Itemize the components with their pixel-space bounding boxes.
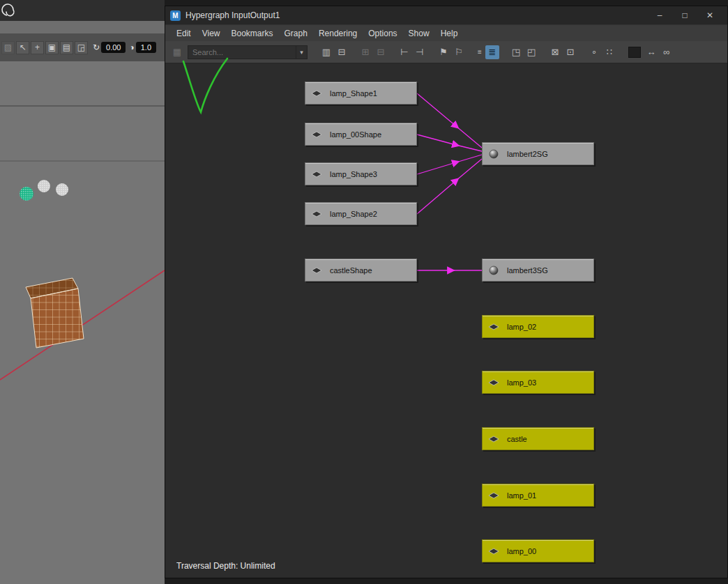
node-lamp-shape1[interactable]: lamp_Shape1 — [305, 82, 417, 105]
node-lamp-shape3[interactable]: lamp_Shape3 — [305, 162, 417, 185]
viewport-scene — [0, 61, 165, 584]
node-lamp-00[interactable]: lamp_00 — [482, 539, 594, 562]
menu-view[interactable]: View — [197, 27, 226, 40]
transform-node-icon — [488, 491, 501, 500]
traversal-depth-status: Traversal Depth: Unlimited — [176, 561, 275, 571]
spacer — [467, 52, 475, 52]
title-bar[interactable]: M Hypergraph InputOutput1 – □ ✕ — [165, 6, 727, 24]
transform-node-icon — [488, 378, 501, 387]
connection-lamp-00shape-lambert2sg[interactable] — [417, 135, 482, 151]
orientation-horizontal-icon[interactable]: ≣ — [485, 45, 499, 59]
viewport-band — [0, 21, 165, 33]
spacer — [617, 52, 625, 52]
node-label: lamp_00 — [507, 547, 536, 555]
search-box[interactable]: ▾ — [188, 45, 308, 59]
node-lamp-00shape[interactable]: lamp_00Shape — [305, 123, 417, 146]
value-field-1[interactable]: ↻ 0.00 — [93, 42, 126, 53]
menu-bookmarks[interactable]: Bookmarks — [225, 27, 278, 40]
node-label: lamp_03 — [507, 378, 536, 387]
node-label: lambert2SG — [507, 150, 548, 158]
mesh-node-icon — [311, 209, 324, 219]
cube-mesh[interactable] — [26, 278, 84, 348]
close-button[interactable]: ✕ — [697, 8, 722, 23]
connection-lamp-shape3-lambert2sg[interactable] — [417, 155, 482, 174]
spacer — [500, 52, 508, 52]
shading-group-icon — [488, 266, 501, 275]
node-label: lambert3SG — [507, 266, 548, 275]
particle-sphere-teal[interactable] — [20, 187, 33, 201]
node-castle[interactable]: castle — [482, 427, 594, 450]
node-lambert3sg[interactable]: lambert3SG — [482, 259, 594, 282]
value-field-2-value[interactable]: 1.0 — [136, 42, 156, 53]
minimize-button[interactable]: – — [647, 8, 672, 23]
show-dots-icon[interactable]: ∘ — [587, 45, 601, 59]
color-swatch[interactable] — [628, 47, 641, 58]
particle-sphere-white-2[interactable] — [56, 183, 68, 196]
mesh-node-icon — [311, 89, 324, 98]
connection-lamp-shape1-lambert2sg[interactable] — [417, 93, 482, 148]
menu-rendering[interactable]: Rendering — [313, 27, 363, 40]
frame-hierarchy-icon[interactable]: ◰ — [524, 45, 538, 59]
node-lambert2sg[interactable]: lambert2SG — [482, 142, 594, 165]
frame-selection-icon[interactable]: ⊠ — [548, 45, 562, 59]
maya-logo-icon: M — [170, 10, 181, 21]
search-dropdown-icon[interactable]: ▾ — [296, 46, 307, 59]
spacer — [310, 52, 319, 52]
node-lamp-01[interactable]: lamp_01 — [482, 484, 594, 507]
node-label: lamp_02 — [507, 323, 536, 331]
spacer — [349, 52, 358, 52]
collapse-selected-icon[interactable]: ⊟ — [374, 45, 388, 59]
spacer — [539, 52, 547, 52]
scene-hierarchy-icon[interactable]: ▥ — [319, 45, 333, 59]
hypergraph-window: M Hypergraph InputOutput1 – □ ✕ Edit Vie… — [165, 6, 728, 578]
menu-edit[interactable]: Edit — [171, 27, 197, 40]
transform-node-icon — [488, 434, 501, 444]
node-castleshape[interactable]: castleShape — [305, 259, 417, 282]
frame-all-icon[interactable]: ⊡ — [563, 45, 577, 59]
maya-viewport-background: ▨ ↖ + ▣ ▤ ◲ ↻ 0.00 ◑ 1.0 — [0, 0, 165, 584]
paste-icon[interactable]: ▤ — [60, 41, 73, 54]
select-arrow-icon[interactable]: ↖ — [16, 41, 29, 54]
node-label: lamp_00Shape — [330, 130, 381, 139]
node-label: castleShape — [330, 266, 372, 275]
node-width-icon[interactable]: ↔ — [644, 45, 658, 59]
window-controls: – □ ✕ — [647, 8, 722, 23]
show-dots-alt-icon[interactable]: ∷ — [602, 45, 616, 59]
particle-sphere-white-1[interactable] — [38, 180, 50, 192]
layout-options-icon[interactable]: ≡ — [476, 45, 484, 59]
menu-help[interactable]: Help — [435, 27, 464, 40]
copy-icon[interactable]: ▣ — [45, 41, 59, 54]
graph-canvas[interactable]: lamp_Shape1 lamp_00Shape lamp_Shape3 lam… — [165, 63, 727, 578]
input-output-icon[interactable]: ⊟ — [335, 45, 349, 59]
half-circle-icon: ◑ — [129, 43, 134, 52]
connection-lamp-shape2-lambert2sg[interactable] — [417, 159, 482, 214]
node-lamp-shape2[interactable]: lamp_Shape2 — [305, 202, 417, 225]
marquee-icon[interactable]: ◲ — [75, 41, 88, 54]
spacer — [578, 52, 586, 52]
value-field-2[interactable]: ◑ 1.0 — [129, 42, 156, 53]
bookmark-flag-outline-icon[interactable]: ⚐ — [452, 45, 466, 59]
shading-group-icon — [488, 149, 501, 159]
panel-menu-icon[interactable]: ▨ — [1, 41, 15, 54]
menu-show[interactable]: Show — [403, 27, 435, 40]
menu-bar: Edit View Bookmarks Graph Rendering Opti… — [165, 24, 727, 41]
graph-downstream-icon[interactable]: ⊣ — [413, 45, 427, 59]
menu-options[interactable]: Options — [363, 27, 402, 40]
brush-tool-icon[interactable] — [0, 0, 21, 21]
menu-graph[interactable]: Graph — [279, 27, 313, 40]
connection-lines — [165, 63, 727, 578]
value-field-1-value[interactable]: 0.00 — [101, 42, 126, 53]
traversal-depth-unlimited-icon[interactable]: ∞ — [660, 45, 674, 59]
search-input[interactable] — [188, 48, 296, 56]
node-lamp-03[interactable]: lamp_03 — [482, 371, 594, 394]
expand-selected-icon[interactable]: ⊞ — [358, 45, 372, 59]
node-lamp-02[interactable]: lamp_02 — [482, 315, 594, 338]
display-mode-icon[interactable]: ▦ — [170, 45, 184, 59]
mesh-node-icon — [311, 169, 324, 179]
maximize-button[interactable]: □ — [672, 8, 697, 23]
transform-node-icon — [488, 546, 501, 556]
bookmark-flag-icon[interactable]: ⚑ — [437, 45, 450, 59]
graph-upstream-icon[interactable]: ⊢ — [397, 45, 411, 59]
select-add-icon[interactable]: + — [31, 41, 44, 54]
frame-branch-icon[interactable]: ◳ — [509, 45, 523, 59]
